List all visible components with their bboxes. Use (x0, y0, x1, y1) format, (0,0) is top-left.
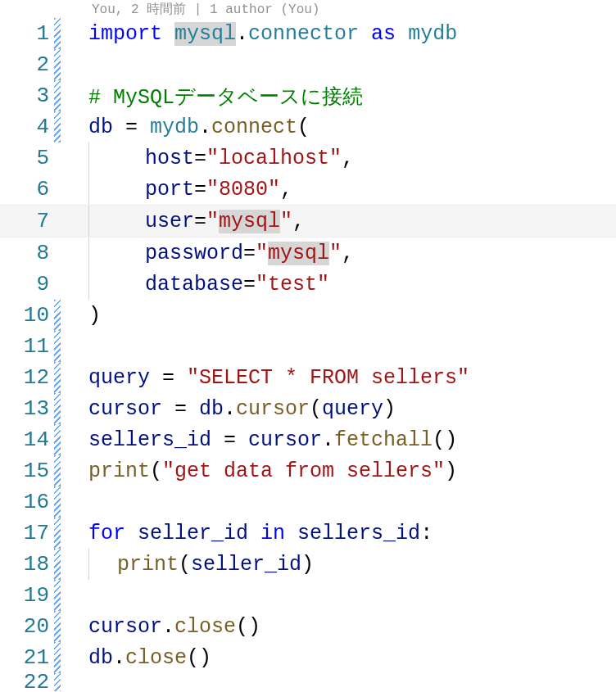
str-user: mysql (219, 210, 280, 233)
code-line[interactable]: 12 query = "SELECT * FROM sellers" (0, 362, 616, 393)
code-line[interactable]: 10 ) (0, 300, 616, 331)
code-line[interactable]: 22 (0, 673, 616, 691)
fn-fetchall: fetchall (334, 428, 433, 452)
gutter-change-indicator (54, 80, 61, 111)
line-number: 20 (0, 614, 54, 639)
fn-close: close (125, 646, 187, 670)
code-line[interactable]: 9 database = "test" (0, 269, 616, 300)
line-number: 1 (0, 21, 54, 46)
line-number: 13 (0, 396, 54, 421)
gutter-change-indicator (54, 455, 61, 486)
var-cursor: cursor (88, 397, 162, 421)
var-db: db (88, 115, 113, 139)
code-line[interactable]: 8 password = " mysql " , (0, 237, 616, 269)
keyword-in: in (260, 522, 285, 545)
str-password: mysql (268, 242, 329, 265)
param-port: port (145, 178, 194, 201)
var-sellers-id: sellers_id (88, 428, 211, 452)
gutter-change-indicator (54, 673, 61, 691)
gutter-change-indicator (54, 393, 61, 424)
gutter-change-indicator (54, 331, 61, 362)
gutter-change-indicator (54, 300, 61, 331)
line-number: 3 (0, 84, 54, 108)
comment: # MySQLデータベースに接続 (88, 83, 363, 110)
code-line[interactable]: 11 (0, 331, 616, 362)
str-localhost: "localhost" (206, 147, 342, 170)
gutter-change-indicator (54, 49, 61, 80)
code-line[interactable]: 16 (0, 486, 616, 518)
module-mydb: mydb (150, 115, 199, 139)
param-password: password (145, 242, 243, 265)
keyword-import: import (88, 22, 174, 46)
gutter-change-indicator (54, 486, 61, 518)
code-line[interactable]: 15 print ( "get data from sellers" ) (0, 455, 616, 486)
code-line[interactable]: 1 import mysql . connector as mydb (0, 18, 616, 49)
module-connector: connector (248, 22, 359, 46)
code-line[interactable]: 14 sellers_id = cursor . fetchall ( ) (0, 424, 616, 455)
gutter-change-indicator (54, 424, 61, 455)
param-database: database (145, 273, 243, 296)
str-getdata: "get data from sellers" (162, 459, 445, 483)
line-number: 14 (0, 427, 54, 452)
fn-close: close (174, 615, 236, 639)
gutter-change-indicator (54, 642, 61, 673)
code-line[interactable]: 18 print ( seller_id ) (0, 549, 616, 580)
gutter-change-indicator (54, 580, 61, 611)
line-number: 8 (0, 241, 54, 265)
code-line[interactable]: 3 # MySQLデータベースに接続 (0, 80, 616, 111)
line-number: 16 (0, 490, 54, 514)
line-number: 11 (0, 334, 54, 359)
code-line[interactable]: 19 (0, 580, 616, 611)
gutter-change-indicator (54, 518, 61, 549)
codelens-annotation[interactable]: You, 2 時間前 | 1 author (You) (0, 0, 616, 18)
fn-connect: connect (211, 115, 297, 139)
alias-mydb: mydb (408, 22, 457, 46)
code-line[interactable]: 4 db = mydb . connect ( (0, 111, 616, 142)
gutter-change-indicator (54, 111, 61, 142)
gutter-change-indicator (54, 549, 61, 580)
line-number: 6 (0, 177, 54, 201)
code-line[interactable]: 17 for seller_id in sellers_id : (0, 518, 616, 549)
dot: . (236, 22, 248, 46)
fn-print: print (117, 553, 179, 577)
line-number: 21 (0, 645, 54, 670)
line-number: 10 (0, 303, 54, 328)
code-line[interactable]: 20 cursor . close ( ) (0, 611, 616, 642)
param-user: user (145, 210, 194, 233)
line-number: 17 (0, 521, 54, 545)
var-seller-id: seller_id (138, 522, 248, 545)
keyword-for: for (88, 522, 138, 545)
keyword-as: as (371, 22, 396, 46)
line-number: 22 (0, 673, 54, 691)
fn-print: print (88, 459, 150, 483)
var-query: query (88, 366, 150, 390)
fn-cursor: cursor (236, 397, 310, 421)
str-port: "8080" (206, 178, 280, 201)
gutter-change-indicator (54, 18, 61, 49)
line-number: 9 (0, 272, 54, 296)
line-number: 4 (0, 115, 54, 139)
line-number: 5 (0, 146, 54, 170)
code-editor[interactable]: You, 2 時間前 | 1 author (You) 1 import mys… (0, 0, 616, 691)
gutter-change-indicator (54, 362, 61, 393)
line-number: 12 (0, 365, 54, 390)
close-paren: ) (88, 304, 101, 328)
code-line[interactable]: 5 host = "localhost" , (0, 142, 616, 174)
code-line[interactable]: 13 cursor = db . cursor ( query ) (0, 393, 616, 424)
code-line[interactable]: 21 db . close ( ) (0, 642, 616, 673)
param-host: host (145, 147, 194, 170)
str-database: "test" (256, 273, 329, 296)
line-number: 7 (0, 209, 54, 233)
gutter-change-indicator (54, 611, 61, 642)
str-select: "SELECT * FROM sellers" (187, 366, 469, 390)
code-line[interactable]: 6 port = "8080" , (0, 174, 616, 205)
line-number: 19 (0, 583, 54, 608)
code-line[interactable]: 2 (0, 49, 616, 80)
line-number: 2 (0, 52, 54, 77)
line-number: 18 (0, 552, 54, 577)
module-mysql: mysql (174, 22, 236, 46)
line-number: 15 (0, 459, 54, 483)
code-line-active[interactable]: 7 user = " mysql " , (0, 205, 616, 237)
